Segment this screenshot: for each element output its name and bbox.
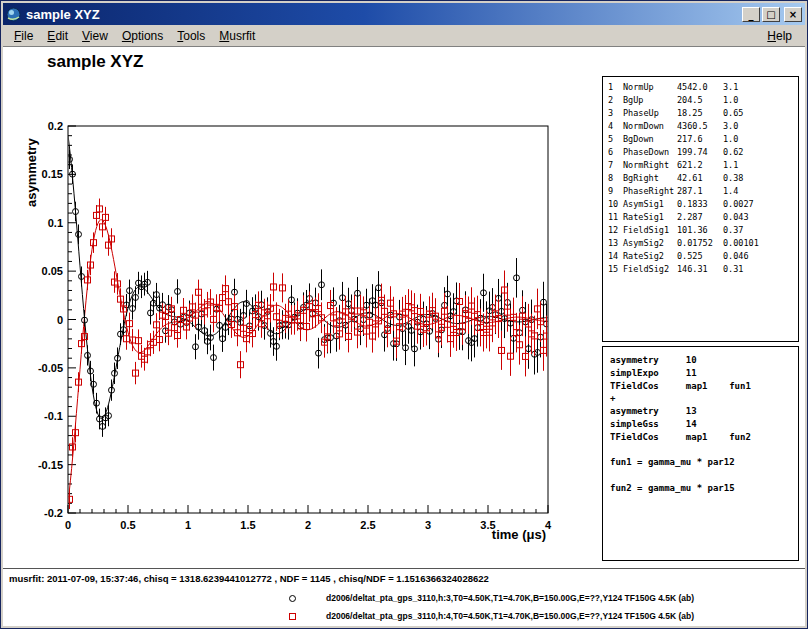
circle-marker-icon [289,595,296,602]
parameter-row: 5BgDown217.61.0 [608,133,798,146]
parameter-row: 13AsymSig20.017520.00101 [608,237,798,250]
legend-item: d2006/deltat_pta_gps_3110,h:3,T0=4.50K,T… [289,591,694,605]
window-controls: _ □ × [742,7,802,22]
fit-statistics: musrfit: 2011-07-09, 15:37:46, chisq = 1… [9,573,489,584]
svg-text:0.05: 0.05 [42,265,63,277]
theory-line: asymmetry 10 [610,354,798,367]
stats-divider [3,568,805,569]
svg-text:-0.2: -0.2 [44,507,63,519]
window-title: sample XYZ [26,7,737,22]
svg-text:asymmetry: asymmetry [24,138,39,207]
svg-text:0.15: 0.15 [42,168,63,180]
parameter-row: 15FieldSig2146.310.31 [608,263,798,276]
theory-line: fun2 = gamma_mu * par15 [610,482,798,495]
menu-bar: File Edit View Options Tools Musrfit Hel… [3,25,805,46]
svg-text:-0.15: -0.15 [38,459,63,471]
menu-musrfit[interactable]: Musrfit [212,27,262,45]
svg-text:1: 1 [185,519,191,531]
maximize-icon[interactable]: □ [762,7,780,22]
svg-text:-0.05: -0.05 [38,362,63,374]
theory-line: fun1 = gamma_mu * par12 [610,456,798,469]
parameter-row: 6PhaseDown199.740.62 [608,146,798,159]
svg-text:0: 0 [57,314,63,326]
plot-svg: 0.20.150.10.050-0.05-0.1-0.15-0.200.511.… [3,47,603,568]
theory-line: simplExpo 11 [610,367,798,380]
menu-edit[interactable]: Edit [40,27,75,45]
legend-label: d2006/deltat_pta_gps_3110,h:4,T0=4.50K,T… [326,611,694,621]
parameter-row: 4NormDown4360.53.0 [608,120,798,133]
parameter-box: 1NormUp4542.03.12BgUp204.51.03PhaseUp18.… [602,76,799,342]
svg-text:1.5: 1.5 [240,519,255,531]
theory-line [610,469,798,482]
parameter-rows: 1NormUp4542.03.12BgUp204.51.03PhaseUp18.… [608,81,798,276]
svg-text:2.5: 2.5 [360,519,375,531]
svg-text:0: 0 [65,519,71,531]
menu-file[interactable]: File [7,27,40,45]
svg-text:-0.1: -0.1 [44,410,63,422]
parameter-row: 9PhaseRight287.11.4 [608,185,798,198]
menu-view[interactable]: View [75,27,115,45]
menu-options[interactable]: Options [115,27,170,45]
app-window: sample XYZ _ □ × File Edit View Options … [0,0,808,629]
svg-text:2: 2 [305,519,311,531]
parameter-row: 11RateSig12.2870.043 [608,211,798,224]
close-icon[interactable]: × [784,7,802,22]
svg-text:0.2: 0.2 [48,120,63,132]
square-marker-icon [289,613,296,620]
parameter-row: 10AsymSig10.18330.0027 [608,198,798,211]
parameter-row: 1NormUp4542.03.1 [608,81,798,94]
parameter-row: 8BgRight42.610.38 [608,172,798,185]
svg-text:3: 3 [425,519,431,531]
theory-line: TFieldCos map1 fun1 [610,380,798,393]
parameter-row: 3PhaseUp18.250.65 [608,107,798,120]
legend-item: d2006/deltat_pta_gps_3110,h:4,T0=4.50K,T… [289,609,694,623]
title-bar[interactable]: sample XYZ _ □ × [3,3,805,25]
svg-text:0.5: 0.5 [120,519,135,531]
minimize-icon[interactable]: _ [742,7,760,22]
theory-line [610,444,798,457]
theory-box: asymmetry 10simplExpo 11TFieldCos map1 f… [602,346,799,561]
menu-help[interactable]: Help [760,27,799,45]
parameter-row: 12FieldSig1101.360.37 [608,224,798,237]
root-canvas: sample XYZ 0.20.150.10.050-0.05-0.1-0.15… [3,46,805,626]
theory-line: + [610,392,798,405]
parameter-row: 14RateSig20.5250.046 [608,250,798,263]
svg-text:time (μs): time (μs) [492,527,546,542]
parameter-row: 2BgUp204.51.0 [608,94,798,107]
menu-tools[interactable]: Tools [170,27,212,45]
theory-lines: asymmetry 10simplExpo 11TFieldCos map1 f… [610,354,798,367]
parameter-row: 7NormRight621.21.1 [608,159,798,172]
theory-line: asymmetry 13 [610,405,798,418]
theory-line: TFieldCos map1 fun2 [610,431,798,444]
svg-text:0.1: 0.1 [48,217,63,229]
legend-label: d2006/deltat_pta_gps_3110,h:3,T0=4.50K,T… [326,593,694,603]
app-icon [6,7,21,22]
theory-line: simpleGss 14 [610,418,798,431]
